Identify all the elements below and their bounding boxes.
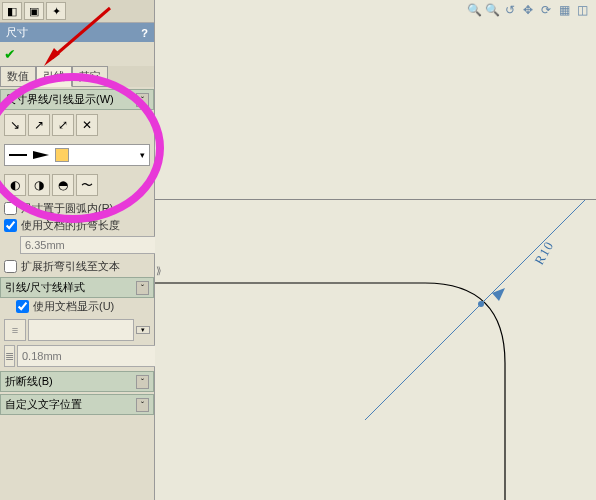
chk-arc-inside[interactable]: 尺寸置于圆弧内(R) (0, 200, 154, 217)
collapse-icon-4[interactable]: ˇ (136, 398, 149, 412)
section-break[interactable]: 折断线(B) ˇ (0, 371, 154, 392)
drawing-canvas (155, 0, 596, 500)
help-icon[interactable]: ? (141, 27, 148, 39)
tab-icon-1[interactable]: ◧ (2, 2, 22, 20)
leader-icon-row-2: ◐ ◑ ◓ 〜 (0, 170, 154, 200)
bend-length-input[interactable] (20, 236, 168, 254)
leader-icon-row-1: ↘ ↗ ⤢ ✕ (0, 110, 154, 140)
property-panel: ◧ ▣ ✦ 尺寸 ? ✔ 数值 引线 其它 尺寸界线/引线显示(W) ˇ ↘ ↗… (0, 0, 155, 500)
collapse-icon-3[interactable]: ˇ (136, 375, 149, 389)
dimension-anchor[interactable] (478, 301, 484, 307)
bend-length-row: ▴ ▾ (20, 236, 150, 254)
chk-doc-display[interactable]: 使用文档显示(U) (12, 298, 154, 315)
attach-opt-1[interactable]: ◐ (4, 174, 26, 196)
chk-extend-bend-box[interactable] (4, 260, 17, 273)
ok-check-icon[interactable]: ✔ (4, 46, 16, 62)
line-style-row: ≡ ▾ (4, 319, 150, 341)
chk-bend-len[interactable]: 使用文档的折弯长度 (0, 217, 154, 234)
leader-opt-4[interactable]: ✕ (76, 114, 98, 136)
part-outline (155, 283, 505, 500)
chk-extend-bend[interactable]: 扩展折弯引线至文本 (0, 258, 154, 275)
top-tab-row: ◧ ▣ ✦ (0, 0, 154, 23)
tab-leader[interactable]: 引线 (36, 66, 72, 87)
chk-extend-bend-label: 扩展折弯引线至文本 (21, 259, 120, 274)
section-leader-display-label: 尺寸界线/引线显示(W) (5, 92, 114, 107)
arrow-head-icon (33, 151, 49, 159)
arrowhead-select[interactable]: ▾ (4, 144, 150, 166)
line-weight-row: ≣ ▾ (4, 345, 150, 367)
leader-opt-2[interactable]: ↗ (28, 114, 50, 136)
line-style-select[interactable] (28, 319, 134, 341)
section-custom-pos[interactable]: 自定义文字位置 ˇ (0, 394, 154, 415)
arrow-color-swatch (55, 148, 69, 162)
dimension-arrowhead (492, 288, 505, 301)
line-weight-icon: ≣ (4, 345, 15, 367)
section-leader-style[interactable]: 引线/尺寸线样式 ˇ (0, 277, 154, 298)
line-weight-input[interactable] (17, 345, 165, 367)
attach-opt-4[interactable]: 〜 (76, 174, 98, 196)
section-leader-style-label: 引线/尺寸线样式 (5, 280, 85, 295)
section-custom-pos-label: 自定义文字位置 (5, 397, 82, 412)
attach-opt-3[interactable]: ◓ (52, 174, 74, 196)
chk-doc-display-label: 使用文档显示(U) (33, 299, 114, 314)
dropdown-icon: ▾ (140, 150, 145, 160)
viewport[interactable]: 🔍 🔍 ↺ ✥ ⟳ ▦ ◫ ⟫ R10 (155, 0, 596, 500)
chk-doc-display-box[interactable] (16, 300, 29, 313)
line-style-dd[interactable]: ▾ (136, 326, 150, 334)
attach-opt-2[interactable]: ◑ (28, 174, 50, 196)
tab-icon-2[interactable]: ▣ (24, 2, 44, 20)
chk-bend-len-box[interactable] (4, 219, 17, 232)
panel-title-text: 尺寸 (6, 25, 28, 40)
tab-icon-3[interactable]: ✦ (46, 2, 66, 20)
sub-tabs: 数值 引线 其它 (0, 66, 154, 87)
section-leader-display[interactable]: 尺寸界线/引线显示(W) ˇ (0, 89, 154, 110)
leader-opt-1[interactable]: ↘ (4, 114, 26, 136)
collapse-icon[interactable]: ˇ (136, 93, 149, 107)
leader-opt-3[interactable]: ⤢ (52, 114, 74, 136)
chk-arc-inside-label: 尺寸置于圆弧内(R) (21, 201, 113, 216)
chk-bend-len-label: 使用文档的折弯长度 (21, 218, 120, 233)
tab-value[interactable]: 数值 (0, 66, 36, 87)
section-break-label: 折断线(B) (5, 374, 53, 389)
tab-other[interactable]: 其它 (72, 66, 108, 87)
panel-title-bar: 尺寸 ? (0, 23, 154, 42)
line-style-icon: ≡ (4, 319, 26, 341)
dimension-leader[interactable] (365, 200, 585, 420)
chk-arc-inside-box[interactable] (4, 202, 17, 215)
confirm-row: ✔ (0, 42, 154, 66)
collapse-icon-2[interactable]: ˇ (136, 281, 149, 295)
arrow-line-icon (9, 154, 27, 156)
